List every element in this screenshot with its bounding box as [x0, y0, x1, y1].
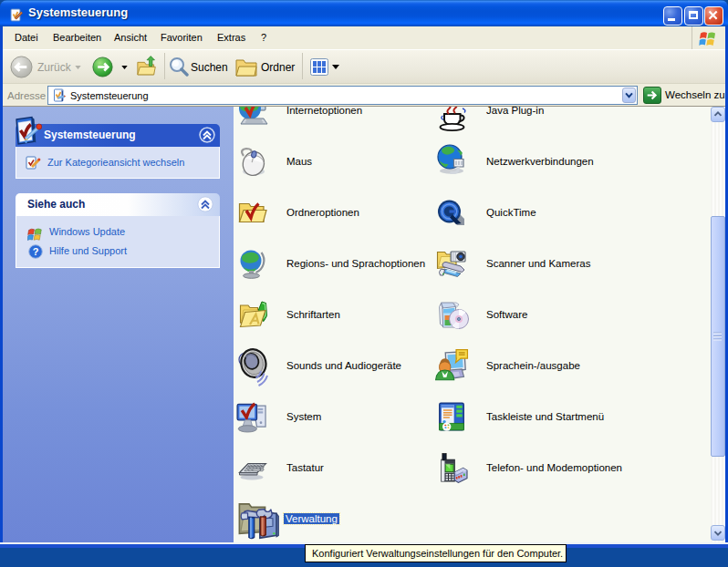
svg-text:?: ?	[33, 246, 39, 257]
